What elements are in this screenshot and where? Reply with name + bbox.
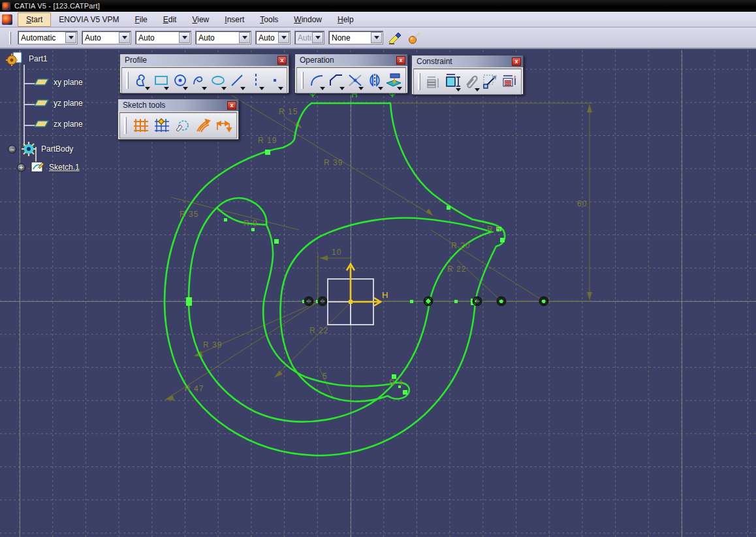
menu-insert[interactable]: Insert bbox=[217, 13, 252, 26]
dimension-label[interactable]: R 20 bbox=[451, 241, 470, 250]
chevron-down-icon[interactable] bbox=[119, 32, 130, 43]
chevron-down-icon[interactable] bbox=[239, 32, 250, 43]
dimension-label[interactable]: 5 bbox=[323, 372, 328, 381]
spec-tree: Part1 xy plane yz plane zx plane – PartB… bbox=[0, 50, 118, 194]
palette-operation[interactable]: Operation x bbox=[294, 54, 408, 93]
combo-6[interactable]: None bbox=[328, 31, 383, 44]
dimension-label[interactable]: R 35 bbox=[180, 210, 198, 219]
chevron-down-icon[interactable] bbox=[278, 32, 289, 43]
wizard-icon[interactable] bbox=[407, 31, 422, 45]
combo-group: AutomaticAutoAutoAutoAutoAutoNone bbox=[18, 31, 383, 44]
edit-multiconstraint-icon[interactable]: x bbox=[501, 71, 518, 92]
dimension-label[interactable]: R 4 bbox=[389, 378, 403, 387]
dimension-label[interactable]: R 39 bbox=[324, 158, 343, 167]
dimension-label[interactable]: 60 bbox=[577, 199, 587, 208]
combo-0[interactable]: Automatic bbox=[18, 31, 78, 44]
rectangle-icon[interactable] bbox=[152, 70, 170, 91]
palette-constraint[interactable]: Constraint x x bbox=[411, 55, 524, 95]
menu-help[interactable]: Help bbox=[330, 13, 362, 26]
tree-item-sketch1[interactable]: + Sketch.1 bbox=[17, 161, 80, 174]
ellipse-icon[interactable] bbox=[209, 70, 227, 91]
construction-element-icon[interactable] bbox=[173, 115, 193, 136]
dimension-label[interactable]: 10 bbox=[332, 248, 341, 257]
palette-profile[interactable]: Profile x bbox=[119, 54, 289, 93]
dimension-label[interactable]: R 47 bbox=[185, 384, 204, 393]
paint-attributes-icon[interactable] bbox=[387, 31, 403, 45]
palette-grip[interactable] bbox=[418, 73, 420, 90]
palette-title: Constraint bbox=[417, 57, 512, 66]
partbody-icon bbox=[20, 141, 37, 157]
contact-constraint-icon[interactable] bbox=[463, 71, 480, 92]
project-3d-icon[interactable] bbox=[385, 70, 403, 91]
axis-icon[interactable] bbox=[247, 70, 265, 91]
title-bar[interactable]: CATIA V5 - [123.CATPart] bbox=[0, 0, 756, 12]
close-icon[interactable]: x bbox=[512, 57, 521, 66]
menu-window[interactable]: Window bbox=[286, 13, 330, 26]
snap-to-point-icon[interactable] bbox=[152, 115, 172, 136]
spline-icon[interactable] bbox=[190, 70, 208, 91]
tree-item-yz-plane[interactable]: yz plane bbox=[34, 98, 83, 108]
combo-4[interactable]: Auto bbox=[255, 31, 291, 44]
animate-constraint-icon[interactable] bbox=[482, 71, 499, 92]
menu-view[interactable]: View bbox=[184, 13, 217, 26]
palette-grip[interactable] bbox=[126, 72, 129, 89]
menu-file[interactable]: File bbox=[127, 13, 155, 26]
menu-enovia[interactable]: ENOVIA V5 VPM bbox=[51, 13, 127, 26]
tree-item-xy-plane[interactable]: xy plane bbox=[34, 77, 83, 88]
combo-value: Automatic bbox=[18, 33, 65, 42]
circle-icon[interactable] bbox=[171, 70, 189, 91]
combo-value: Auto bbox=[295, 33, 311, 42]
app-logo-icon bbox=[2, 14, 12, 25]
combo-3[interactable]: Auto bbox=[195, 31, 251, 44]
corner-icon[interactable] bbox=[308, 70, 326, 91]
origin-point[interactable] bbox=[349, 300, 353, 304]
dimension-label[interactable]: R 19 bbox=[258, 136, 277, 145]
expand-node-button[interactable]: + bbox=[17, 163, 25, 172]
constraint-icon[interactable] bbox=[444, 71, 462, 92]
dimension-label[interactable]: R 22 bbox=[309, 326, 328, 335]
chevron-down-icon[interactable] bbox=[371, 32, 382, 43]
chevron-down-icon[interactable] bbox=[65, 32, 76, 43]
palette-sketch-tools[interactable]: Sketch tools x bbox=[118, 99, 239, 140]
tree-item-part1[interactable]: Part1 bbox=[5, 52, 48, 66]
geometrical-constraints-icon[interactable] bbox=[193, 115, 213, 136]
tree-item-zx-plane[interactable]: zx plane bbox=[34, 119, 83, 129]
menu-edit[interactable]: Edit bbox=[155, 13, 185, 26]
combo-value: Auto bbox=[196, 33, 238, 42]
line-icon[interactable] bbox=[228, 70, 246, 91]
tree-item-partbody[interactable]: – PartBody bbox=[8, 141, 73, 157]
chevron-down-icon[interactable] bbox=[179, 32, 190, 43]
toolbar-grip[interactable] bbox=[9, 31, 11, 44]
palette-title: Operation bbox=[300, 56, 396, 65]
h-axis-label: H bbox=[382, 290, 388, 300]
collapse-node-button[interactable]: – bbox=[8, 145, 16, 154]
chamfer-icon[interactable] bbox=[327, 70, 345, 91]
menu-start[interactable]: Start bbox=[18, 12, 51, 27]
dimension-label[interactable]: R 22 bbox=[447, 265, 466, 274]
menu-tools[interactable]: Tools bbox=[252, 13, 286, 26]
combo-2[interactable]: Auto bbox=[135, 31, 191, 44]
chevron-down-icon[interactable] bbox=[312, 32, 323, 43]
dimension-label[interactable]: R 15 bbox=[279, 107, 298, 116]
point-icon[interactable] bbox=[266, 70, 284, 91]
close-icon[interactable]: x bbox=[277, 56, 287, 65]
combo-value: Auto bbox=[82, 33, 118, 42]
dimension-label[interactable]: R 9 bbox=[244, 219, 258, 228]
dimension-label[interactable]: R 5 bbox=[487, 225, 501, 234]
grid-icon[interactable] bbox=[131, 115, 151, 136]
constraints-dialog-icon[interactable] bbox=[425, 71, 443, 92]
menu-bar: Start ENOVIA V5 VPM File Edit View Inser… bbox=[0, 12, 756, 27]
dimensional-constraints-icon[interactable] bbox=[214, 115, 234, 136]
close-icon[interactable]: x bbox=[227, 101, 236, 110]
dimension-label[interactable]: R 39 bbox=[203, 340, 222, 350]
combo-5[interactable]: Auto bbox=[294, 31, 324, 44]
mirror-icon[interactable] bbox=[366, 70, 383, 91]
palette-grip[interactable] bbox=[124, 117, 127, 134]
profile-icon[interactable] bbox=[133, 70, 151, 91]
trim-icon[interactable] bbox=[347, 70, 364, 91]
plane-icon bbox=[34, 119, 50, 129]
combo-value: Auto bbox=[256, 33, 277, 42]
combo-1[interactable]: Auto bbox=[82, 31, 131, 44]
close-icon[interactable]: x bbox=[396, 56, 405, 65]
palette-grip[interactable] bbox=[301, 72, 304, 89]
